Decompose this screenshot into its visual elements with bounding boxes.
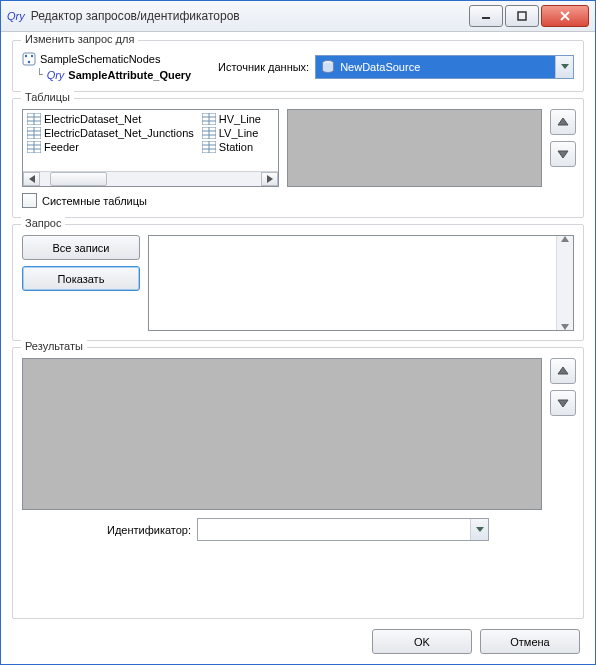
list-item[interactable]: ElectricDataset_Net xyxy=(27,112,194,126)
move-up-button[interactable] xyxy=(550,109,576,135)
identifier-combo[interactable] xyxy=(197,518,489,541)
schematic-node-icon xyxy=(22,52,36,66)
tree-child: SampleAttribute_Query xyxy=(68,69,191,81)
system-tables-checkbox[interactable] xyxy=(22,193,37,208)
svg-point-5 xyxy=(25,55,27,57)
results-down-button[interactable] xyxy=(550,390,576,416)
chevron-down-icon[interactable] xyxy=(470,519,488,540)
table-icon xyxy=(27,141,41,153)
tree-root: SampleSchematicNodes xyxy=(40,53,160,65)
all-records-button[interactable]: Все записи xyxy=(22,235,140,260)
svg-rect-4 xyxy=(23,53,35,65)
title-bar[interactable]: Qry Редактор запросов/идентификаторов xyxy=(1,1,595,32)
list-item[interactable]: Station xyxy=(202,140,261,154)
scroll-thumb[interactable] xyxy=(50,172,107,186)
list-item[interactable]: Feeder xyxy=(27,140,194,154)
database-icon xyxy=(320,59,336,75)
table-icon xyxy=(202,127,216,139)
dialog-footer: OK Отмена xyxy=(12,625,584,656)
scroll-up-icon[interactable] xyxy=(561,236,569,242)
tree-branch-icon: └ xyxy=(36,68,43,81)
group-change-query: Изменить запрос для SampleSchematicNodes… xyxy=(12,40,584,92)
table-icon xyxy=(202,141,216,153)
scroll-track[interactable] xyxy=(40,172,261,186)
cancel-button[interactable]: Отмена xyxy=(480,629,580,654)
datasource-label: Источник данных: xyxy=(218,61,309,73)
list-item[interactable]: LV_Line xyxy=(202,126,261,140)
group-tables: Таблицы ElectricDataset_Net ElectricData… xyxy=(12,98,584,218)
tables-preview-area xyxy=(287,109,542,187)
datasource-combo[interactable]: NewDataSource xyxy=(315,55,574,79)
scroll-left-icon[interactable] xyxy=(23,172,40,186)
group-legend: Результаты xyxy=(21,340,87,352)
table-icon xyxy=(27,113,41,125)
ok-button[interactable]: OK xyxy=(372,629,472,654)
window-title: Редактор запросов/идентификаторов xyxy=(31,9,240,23)
minimize-button[interactable] xyxy=(469,5,503,27)
show-button[interactable]: Показать xyxy=(22,266,140,291)
close-button[interactable] xyxy=(541,5,589,27)
vertical-scrollbar[interactable] xyxy=(556,236,573,330)
query-icon: Qry xyxy=(47,69,65,81)
list-item[interactable]: HV_Line xyxy=(202,112,261,126)
move-down-button[interactable] xyxy=(550,141,576,167)
table-icon xyxy=(27,127,41,139)
results-area xyxy=(22,358,542,510)
group-legend: Запрос xyxy=(21,217,65,229)
maximize-button[interactable] xyxy=(505,5,539,27)
group-query: Запрос Все записи Показать xyxy=(12,224,584,341)
scroll-right-icon[interactable] xyxy=(261,172,278,186)
identifier-label: Идентификатор: xyxy=(107,524,191,536)
results-up-button[interactable] xyxy=(550,358,576,384)
datasource-value: NewDataSource xyxy=(340,61,420,73)
tree[interactable]: SampleSchematicNodes └ Qry SampleAttribu… xyxy=(22,51,212,82)
system-tables-label: Системные таблицы xyxy=(42,195,147,207)
group-legend: Изменить запрос для xyxy=(21,33,138,45)
group-legend: Таблицы xyxy=(21,91,74,103)
svg-point-7 xyxy=(28,61,30,63)
table-icon xyxy=(202,113,216,125)
group-results: Результаты Идентификатор: xyxy=(12,347,584,619)
chevron-down-icon[interactable] xyxy=(555,56,573,78)
query-textarea[interactable] xyxy=(148,235,574,331)
scroll-down-icon[interactable] xyxy=(561,324,569,330)
dialog-window: Qry Редактор запросов/идентификаторов Из… xyxy=(0,0,596,665)
svg-rect-1 xyxy=(518,12,526,20)
svg-point-6 xyxy=(31,55,33,57)
horizontal-scrollbar[interactable] xyxy=(23,171,278,186)
app-icon: Qry xyxy=(7,10,25,22)
tables-list[interactable]: ElectricDataset_Net ElectricDataset_Net_… xyxy=(22,109,279,187)
list-item[interactable]: ElectricDataset_Net_Junctions xyxy=(27,126,194,140)
